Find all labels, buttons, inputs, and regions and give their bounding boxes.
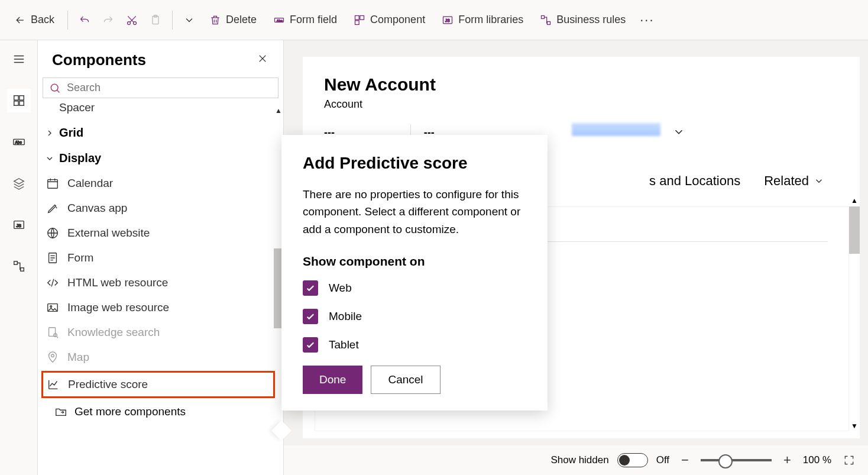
item-external-label: External website [67, 227, 150, 240]
item-image[interactable]: Image web resource [38, 295, 280, 320]
popup-show-on-label: Show component on [303, 254, 526, 269]
redo-button[interactable] [99, 11, 118, 30]
component-icon [354, 14, 365, 26]
form-field-label: Form field [290, 14, 337, 26]
hamburger-icon [12, 53, 25, 66]
svg-point-31 [51, 354, 54, 357]
checkbox-tablet-box[interactable] [303, 337, 318, 353]
search-input[interactable] [67, 82, 272, 94]
svg-rect-21 [14, 261, 17, 265]
item-canvas[interactable]: Canvas app [38, 196, 280, 221]
show-hidden-toggle[interactable] [617, 453, 648, 467]
divider [172, 11, 173, 30]
kpi-expand[interactable] [672, 125, 685, 156]
abc-icon: Abc [12, 135, 25, 148]
hamburger-button[interactable] [7, 47, 31, 71]
rail-layers-button[interactable] [7, 172, 31, 195]
item-knowledge-label: Knowledge search [67, 326, 160, 339]
redo-icon [102, 14, 114, 26]
kpi-blurred [572, 123, 660, 136]
panel-title: Components [52, 51, 146, 69]
zoom-out-button[interactable]: − [678, 449, 692, 471]
back-button[interactable]: Back [8, 10, 60, 30]
scissors-icon [126, 14, 138, 26]
scroll-up-icon[interactable]: ▲ [851, 196, 858, 205]
checkbox-mobile-label: Mobile [329, 310, 362, 323]
cancel-button[interactable]: Cancel [371, 366, 440, 394]
paste-button[interactable] [146, 11, 165, 30]
status-bar: Show hidden Off − + 100 % [284, 445, 868, 475]
checkbox-mobile[interactable]: Mobile [303, 309, 526, 324]
item-html-label: HTML web resource [67, 276, 168, 289]
more-button[interactable]: ··· [636, 9, 658, 31]
rail-field-button[interactable]: Abc [7, 130, 31, 154]
code-icon [46, 276, 59, 289]
fit-button[interactable] [840, 451, 859, 470]
cut-button[interactable] [122, 11, 141, 30]
svg-rect-11 [542, 15, 545, 18]
delete-label: Delete [226, 14, 257, 26]
form-scrollbar[interactable] [849, 206, 860, 254]
svg-point-0 [128, 21, 131, 24]
chart-icon [47, 378, 60, 391]
item-map[interactable]: Map [38, 345, 280, 370]
close-icon [257, 53, 268, 64]
search-icon [49, 82, 61, 94]
checkbox-web-box[interactable] [303, 280, 318, 296]
scroll-up-icon[interactable]: ▲ [275, 106, 282, 115]
form-icon [46, 251, 59, 264]
checkbox-mobile-box[interactable] [303, 309, 318, 324]
item-calendar[interactable]: Calendar [38, 171, 280, 196]
svg-text:Abc: Abc [277, 18, 283, 22]
form-field-button[interactable]: Abc Form field [267, 10, 343, 30]
components-panel: Components ▲ Spacer Grid Display Calenda… [38, 40, 284, 475]
doc-search-icon [46, 326, 59, 339]
rules-small-icon [12, 260, 25, 273]
tab-related[interactable]: Related [764, 173, 824, 189]
scroll-down-icon[interactable]: ▼ [851, 422, 858, 430]
checkbox-tablet[interactable]: Tablet [303, 337, 526, 353]
popup-title: Add Predictive score [303, 154, 526, 173]
item-knowledge[interactable]: Knowledge search [38, 320, 280, 345]
get-more-label: Get more components [75, 405, 186, 418]
form-libraries-label: Form libraries [458, 14, 523, 26]
zoom-value: 100 % [803, 454, 831, 466]
zoom-in-button[interactable]: + [780, 449, 795, 471]
rail-rules-button[interactable] [7, 254, 31, 278]
svg-rect-22 [20, 268, 24, 272]
tab-locations[interactable]: s and Locations [649, 173, 740, 189]
component-button[interactable]: Component [348, 10, 431, 30]
list-item-spacer[interactable]: Spacer [38, 103, 280, 120]
business-rules-button[interactable]: Business rules [534, 10, 631, 30]
checkbox-web[interactable]: Web [303, 280, 526, 296]
undo-icon [79, 14, 90, 26]
done-button[interactable]: Done [303, 366, 362, 394]
item-form-label: Form [67, 251, 93, 264]
check-icon [305, 311, 316, 322]
popup-desc: There are no properties to configure for… [303, 186, 526, 238]
item-predictive[interactable]: Predictive score [41, 371, 275, 398]
rail-js-button[interactable]: JS [7, 213, 31, 237]
delete-button[interactable]: Delete [203, 10, 263, 30]
dropdown-button[interactable] [180, 11, 199, 30]
zoom-slider[interactable] [701, 459, 772, 461]
component-label: Component [370, 14, 425, 26]
image-icon [46, 301, 59, 314]
search-wrap[interactable] [43, 77, 278, 98]
chevron-down-icon [45, 154, 54, 163]
group-grid[interactable]: Grid [38, 120, 280, 146]
pencil-icon [46, 202, 59, 215]
components-list[interactable]: ▲ Spacer Grid Display Calendar Canvas ap… [38, 103, 283, 475]
form-libraries-button[interactable]: JS Form libraries [436, 10, 529, 30]
rail-components-button[interactable] [7, 89, 31, 112]
item-html[interactable]: HTML web resource [38, 270, 280, 295]
item-form[interactable]: Form [38, 245, 280, 270]
get-more-link[interactable]: Get more components [38, 399, 280, 424]
group-display[interactable]: Display [38, 146, 280, 171]
chevron-down-icon [183, 14, 195, 26]
left-rail: Abc JS [0, 40, 38, 475]
panel-close-button[interactable] [254, 50, 271, 70]
item-external[interactable]: External website [38, 221, 280, 245]
undo-button[interactable] [75, 11, 94, 30]
add-predictive-popup: Add Predictive score There are no proper… [281, 135, 548, 411]
